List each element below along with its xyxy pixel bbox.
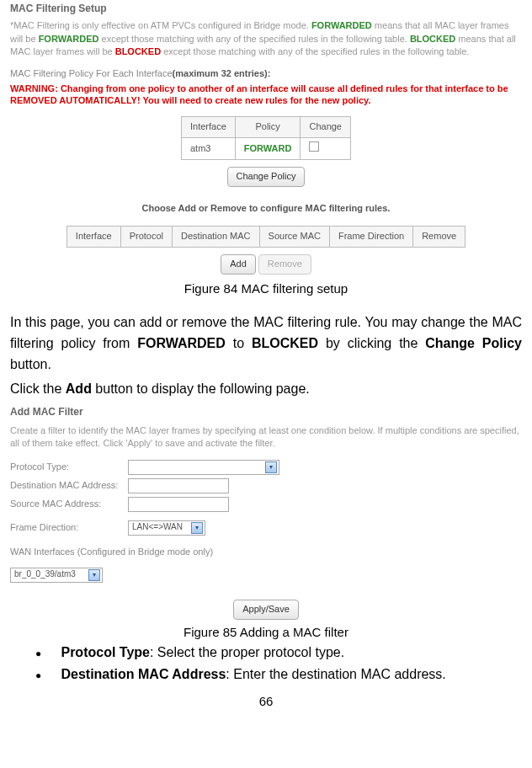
list-item: Destination MAC Address: Enter the desti… <box>35 664 522 684</box>
text: *MAC Filtering is only effective on ATM … <box>10 20 311 30</box>
text: MAC Filtering Policy For Each Interface <box>10 68 173 78</box>
mac-rules-table: Interface Protocol Destination MAC Sourc… <box>66 226 466 248</box>
col-change: Change <box>301 117 351 138</box>
frame-direction-select[interactable]: LAN<=>WAN ▾ <box>128 520 205 536</box>
col-dest-mac: Destination MAC <box>173 226 260 247</box>
protocol-type-select[interactable]: ▾ <box>128 460 279 475</box>
text-add: Add <box>66 381 92 396</box>
bullet-protocol-type-text: : Select the proper protocol type. <box>150 645 344 659</box>
text-forwarded: FORWARDED <box>39 34 99 44</box>
row-frame-direction: Frame Direction: LAN<=>WAN ▾ <box>10 520 522 536</box>
label-protocol-type: Protocol Type: <box>10 461 128 474</box>
list-item: Protocol Type: Select the proper protoco… <box>35 643 522 662</box>
fig84-heading: MAC Filtering Setup <box>10 2 522 16</box>
text-blocked: BLOCKED <box>410 34 455 44</box>
choose-add-remove-text: Choose Add or Remove to configure MAC fi… <box>10 202 522 216</box>
figure-84-caption: Figure 84 MAC filtering setup <box>10 280 522 298</box>
frame-direction-value: LAN<=>WAN <box>132 521 183 534</box>
table-header-row: Interface Protocol Destination MAC Sourc… <box>66 226 465 247</box>
col-interface: Interface <box>66 226 120 247</box>
text: by clicking the <box>326 336 425 350</box>
text-blocked: BLOCKED <box>252 336 318 350</box>
col-policy: Policy <box>235 117 301 138</box>
text: button. <box>10 357 51 371</box>
col-remove: Remove <box>413 226 466 247</box>
policy-warning: WARNING: Changing from one policy to ano… <box>10 83 522 107</box>
fig84-description: *MAC Filtering is only effective on ATM … <box>10 19 522 58</box>
cell-interface: atm3 <box>182 138 236 160</box>
label-dest-mac: Destination MAC Address: <box>10 479 128 493</box>
dest-mac-input[interactable] <box>128 478 229 493</box>
cell-policy: FORWARD <box>235 138 301 160</box>
change-checkbox[interactable] <box>309 141 319 152</box>
table-row: atm3 FORWARD <box>182 138 351 160</box>
text: button to display the following page. <box>95 381 309 396</box>
text: except those matching with any of the sp… <box>163 46 469 56</box>
wan-interfaces-label: WAN Interfaces (Configured in Bridge mod… <box>10 546 522 559</box>
policy-line: MAC Filtering Policy For Each Interface(… <box>10 67 522 81</box>
bridge-interface-value: br_0_0_39/atm3 <box>14 568 76 581</box>
body-paragraph-2: Click the Add button to display the foll… <box>10 379 522 400</box>
text-forwarded: FORWARDED <box>311 20 372 30</box>
change-policy-button[interactable]: Change Policy <box>227 167 306 187</box>
label-src-mac: Source MAC Address: <box>10 498 128 511</box>
col-source-mac: Source MAC <box>259 226 329 247</box>
figure-85-caption: Figure 85 Adding a MAC filter <box>10 623 522 642</box>
body-paragraph-1: In this page, you can add or remove the … <box>10 312 522 375</box>
text: WAN Interfaces (Configured in Bridge mod… <box>10 546 213 559</box>
chevron-down-icon: ▾ <box>265 461 277 473</box>
bullet-dest-mac-text: : Enter the destination MAC address. <box>226 667 445 681</box>
text-blocked: BLOCKED <box>115 46 161 56</box>
row-protocol-type: Protocol Type: ▾ <box>10 460 522 475</box>
src-mac-input[interactable] <box>128 497 229 512</box>
add-remove-wrap: Add Remove <box>10 254 522 275</box>
col-protocol: Protocol <box>120 226 172 247</box>
text: Click the <box>10 381 66 396</box>
row-bridge-interface: br_0_0_39/atm3 ▾ <box>10 568 522 583</box>
remove-button[interactable]: Remove <box>258 254 311 275</box>
apply-save-wrap: Apply/Save <box>10 600 522 620</box>
figure-85-add-mac-filter: Add MAC Filter Create a filter to identi… <box>10 405 522 620</box>
bridge-interface-select[interactable]: br_0_0_39/atm3 ▾ <box>10 568 103 583</box>
interface-policy-table: Interface Policy Change atm3 FORWARD <box>181 116 351 160</box>
page-number: 66 <box>10 692 522 711</box>
text: (maximum 32 entries): <box>173 68 271 78</box>
fig85-description: Create a filter to identify the MAC laye… <box>10 424 522 450</box>
text-change-policy: Change Policy <box>425 336 522 350</box>
row-src-mac: Source MAC Address: <box>10 497 522 512</box>
text-forwarded: FORWARDED <box>137 336 226 350</box>
bullet-protocol-type-label: Protocol Type <box>61 645 150 659</box>
bullet-dest-mac-label: Destination MAC Address <box>61 667 226 681</box>
change-policy-wrap: Change Policy <box>10 167 522 187</box>
text: except those matching with any of the sp… <box>102 34 410 44</box>
row-dest-mac: Destination MAC Address: <box>10 478 522 493</box>
table-header-row: Interface Policy Change <box>182 117 351 138</box>
col-interface: Interface <box>182 117 236 138</box>
apply-save-button[interactable]: Apply/Save <box>233 600 299 620</box>
col-frame-direction: Frame Direction <box>329 226 412 247</box>
fig85-heading: Add MAC Filter <box>10 405 522 419</box>
figure-84-mac-filtering-setup: MAC Filtering Setup *MAC Filtering is on… <box>10 2 522 275</box>
text: to <box>233 336 252 350</box>
cell-change <box>301 138 351 160</box>
chevron-down-icon: ▾ <box>191 522 203 534</box>
bullet-list: Protocol Type: Select the proper protoco… <box>35 643 522 683</box>
chevron-down-icon: ▾ <box>88 569 100 581</box>
label-frame-direction: Frame Direction: <box>10 521 128 535</box>
add-button[interactable]: Add <box>221 254 256 275</box>
